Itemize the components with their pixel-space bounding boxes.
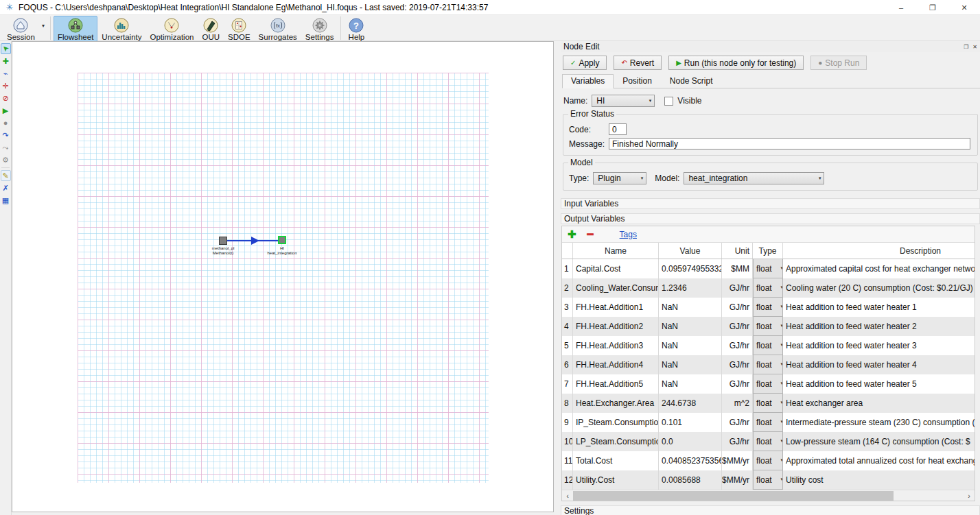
- cell-type-dropdown[interactable]: float▾: [753, 374, 783, 394]
- cell-name[interactable]: IP_Steam.Consumption: [573, 413, 659, 432]
- cell-type-dropdown[interactable]: float▾: [753, 432, 783, 451]
- cell-value[interactable]: NaN: [659, 298, 722, 317]
- toolbar-button-help[interactable]: ? Help: [344, 16, 369, 42]
- tab-node-script[interactable]: Node Script: [661, 74, 722, 88]
- input-variables-section-header[interactable]: Input Variables: [561, 198, 980, 209]
- output-variables-section-header[interactable]: Output Variables: [561, 213, 980, 224]
- cell-name[interactable]: Cooling_Water.Consumption: [573, 278, 659, 298]
- link-tool[interactable]: ⤳: [1, 142, 11, 153]
- toolbar-button-uncertainty[interactable]: Uncertainty: [97, 16, 145, 42]
- cell-value[interactable]: 244.6738: [659, 394, 722, 413]
- error-message-field[interactable]: Finished Normally: [609, 138, 970, 149]
- cell-description[interactable]: Cooling water (20 C) consumption (Cost: …: [783, 278, 975, 298]
- cell-value[interactable]: 0.04085237535679426: [659, 451, 722, 470]
- cell-type-dropdown[interactable]: float▾: [753, 413, 783, 432]
- run-flowsheet-tool[interactable]: ▶: [1, 105, 11, 116]
- cell-unit[interactable]: GJ/hr: [722, 355, 753, 374]
- horizontal-scrollbar[interactable]: ‹ ›: [562, 490, 975, 501]
- cell-description[interactable]: Approximated capital cost for heat excha…: [783, 259, 975, 278]
- float-panel-icon[interactable]: ❐: [964, 44, 968, 50]
- cell-name[interactable]: FH.Heat.Addition4: [573, 355, 659, 374]
- select-pointer-tool[interactable]: ➤: [1, 43, 11, 54]
- header-type[interactable]: Type: [753, 243, 783, 259]
- cell-type-dropdown[interactable]: float▾: [753, 278, 783, 298]
- error-code-field[interactable]: 0: [609, 123, 627, 135]
- cell-description[interactable]: Utility cost: [783, 470, 975, 490]
- cell-type-dropdown[interactable]: float▾: [753, 317, 783, 336]
- run-node-button[interactable]: ▶ Run (this node only for testing): [668, 56, 804, 70]
- cell-name[interactable]: Total.Cost: [573, 451, 659, 470]
- cell-unit[interactable]: GJ/hr: [722, 278, 753, 298]
- cell-name[interactable]: FH.Heat.Addition1: [573, 298, 659, 317]
- toolbar-button-flowsheet[interactable]: Flowsheet: [54, 16, 97, 42]
- cell-unit[interactable]: GJ/hr: [722, 298, 753, 317]
- cell-value[interactable]: 0.101: [659, 413, 722, 432]
- stop-tool[interactable]: ⊘: [1, 93, 11, 104]
- cell-type-dropdown[interactable]: float▾: [753, 355, 783, 374]
- gear-tool[interactable]: ⚙: [1, 154, 11, 165]
- cell-value[interactable]: 0.0085688: [659, 470, 722, 490]
- flowsheet-node-hi[interactable]: [278, 236, 286, 244]
- stop-run-button[interactable]: ● Stop Run: [810, 56, 867, 70]
- cell-type-dropdown[interactable]: float▾: [753, 451, 783, 470]
- cell-description[interactable]: Heat addition to feed water heater 4: [783, 355, 975, 374]
- close-panel-icon[interactable]: ✕: [972, 44, 977, 50]
- cell-unit[interactable]: GJ/hr: [722, 374, 753, 394]
- tab-variables[interactable]: Variables: [562, 74, 614, 88]
- cell-unit[interactable]: GJ/hr: [722, 336, 753, 355]
- cell-unit[interactable]: m^2: [722, 394, 753, 413]
- cell-value[interactable]: NaN: [659, 336, 722, 355]
- cell-description[interactable]: Heat addition to feed water heater 1: [783, 298, 975, 317]
- toolbar-button-optimization[interactable]: Optimization: [146, 16, 198, 42]
- cell-unit[interactable]: $MM: [722, 259, 753, 278]
- cell-name[interactable]: FH.Heat.Addition5: [573, 374, 659, 394]
- add-edge-tool[interactable]: ⌁: [1, 68, 11, 79]
- add-variable-icon[interactable]: ✚: [568, 228, 576, 241]
- minimize-button[interactable]: –: [885, 0, 917, 15]
- header-description[interactable]: Description: [783, 243, 975, 259]
- cell-type-dropdown[interactable]: float▾: [753, 394, 783, 413]
- cell-value[interactable]: 0.0: [659, 432, 722, 451]
- header-unit[interactable]: Unit: [722, 243, 753, 259]
- cell-description[interactable]: Heat addition to feed water heater 3: [783, 336, 975, 355]
- cell-description[interactable]: Low-pressure steam (164 C) consumption (…: [783, 432, 975, 451]
- scrollbar-track[interactable]: [573, 490, 964, 501]
- data-table-tool[interactable]: ▦: [1, 195, 11, 206]
- cell-value[interactable]: 1.2346: [659, 278, 722, 298]
- toolbar-button-session[interactable]: Session: [3, 16, 39, 42]
- cell-name[interactable]: Capital.Cost: [573, 259, 659, 278]
- toolbar-button-settings[interactable]: Settings: [301, 16, 338, 42]
- remove-variable-icon[interactable]: ━: [587, 228, 594, 241]
- cell-value[interactable]: NaN: [659, 355, 722, 374]
- toolbar-button-sdoe[interactable]: SDOE: [224, 16, 255, 42]
- cell-type-dropdown[interactable]: float▾: [753, 336, 783, 355]
- cell-description[interactable]: Heat addition to feed water heater 5: [783, 374, 975, 394]
- uq-tool[interactable]: ↷: [1, 130, 11, 141]
- close-button[interactable]: ✕: [948, 0, 980, 15]
- revert-button[interactable]: ↶ Revert: [614, 56, 662, 70]
- visible-checkbox[interactable]: [664, 97, 673, 106]
- stop-run-tool[interactable]: ●: [1, 117, 11, 128]
- toolbar-button-ouu[interactable]: OUU: [198, 16, 224, 42]
- delete-tool[interactable]: ✗: [1, 182, 11, 193]
- cell-name[interactable]: LP_Steam.Consumption: [573, 432, 659, 451]
- model-name-combo[interactable]: heat_integration ▾: [684, 172, 824, 184]
- tab-position[interactable]: Position: [614, 74, 661, 88]
- scroll-right-icon[interactable]: ›: [964, 492, 975, 500]
- model-type-combo[interactable]: Plugin ▾: [593, 172, 646, 184]
- cell-value[interactable]: 0.0959749553324946: [659, 259, 722, 278]
- cell-description[interactable]: Heat addition to feed water heater 2: [783, 317, 975, 336]
- scroll-left-icon[interactable]: ‹: [562, 492, 573, 500]
- cell-type-dropdown[interactable]: float▾: [753, 259, 783, 278]
- cell-description[interactable]: Approximated total annualized cost for h…: [783, 451, 975, 470]
- apply-button[interactable]: ✓ Apply: [563, 56, 607, 70]
- cell-unit[interactable]: GJ/hr: [722, 432, 753, 451]
- flowsheet-node-methanol[interactable]: [219, 237, 227, 245]
- cell-description[interactable]: Heat exchanger area: [783, 394, 975, 413]
- cell-name[interactable]: Utility.Cost: [573, 470, 659, 490]
- restore-button[interactable]: ❐: [917, 0, 948, 15]
- node-name-combo[interactable]: HI ▾: [592, 95, 655, 107]
- cell-type-dropdown[interactable]: float▾: [753, 470, 783, 490]
- tags-link[interactable]: Tags: [620, 230, 637, 239]
- cell-name[interactable]: FH.Heat.Addition2: [573, 317, 659, 336]
